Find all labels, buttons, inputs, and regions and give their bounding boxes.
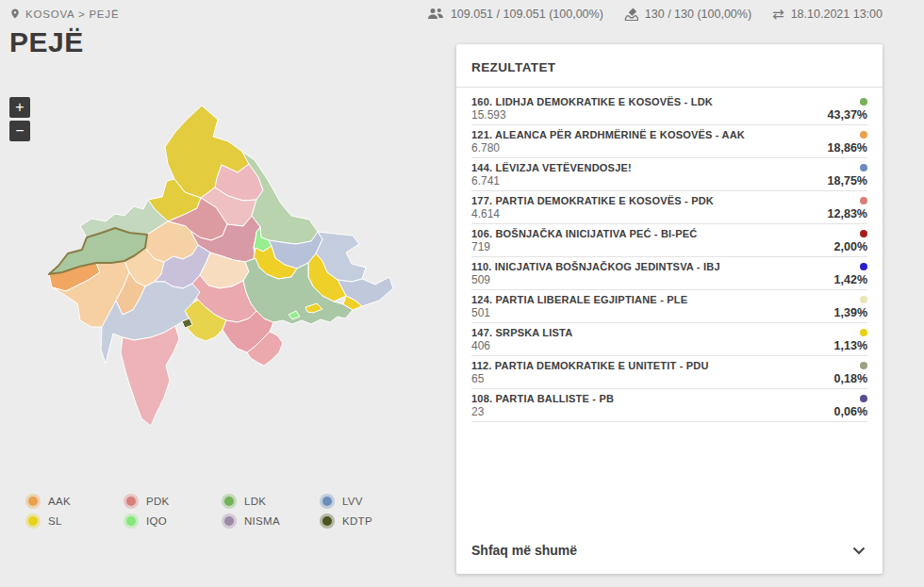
result-row[interactable]: 121. ALEANCA PËR ARDHMËRINË E KOSOVËS - … — [471, 125, 867, 158]
legend-color-dot — [28, 497, 38, 506]
legend-label: LVV — [342, 496, 363, 507]
result-row[interactable]: 177. PARTIA DEMOKRATIKE E KOSOVËS - PDK4… — [471, 191, 867, 224]
party-name: 110. INICJATIVA BOŠNJAČKOG JEDINTSVA - I… — [471, 261, 720, 272]
party-percent: 18,86% — [828, 141, 867, 155]
party-color-dot — [860, 131, 867, 139]
party-votes: 6.741 — [471, 174, 500, 188]
party-color-dot — [860, 197, 867, 204]
result-row[interactable]: 124. PARTIA LIBERALE EGJIPTIANE - PLE501… — [471, 290, 867, 323]
party-votes: 719 — [471, 240, 490, 253]
location-pin-icon — [9, 7, 21, 21]
results-title: REZULTATET — [456, 44, 883, 88]
last-updated-value: 18.10.2021 13:00 — [791, 8, 883, 21]
legend-item-iqo: IQO — [126, 515, 224, 527]
legend-item-pdk: PDK — [126, 496, 224, 507]
legend-item-nisma: NISMA — [224, 515, 322, 527]
legend-color-dot — [28, 516, 38, 526]
voters-icon — [427, 8, 444, 20]
party-color-dot — [860, 362, 867, 369]
legend-color-dot — [322, 516, 332, 526]
party-percent: 1,39% — [834, 306, 867, 319]
party-color-dot — [860, 296, 867, 303]
legend-color-dot — [224, 497, 234, 506]
party-color-dot — [860, 230, 867, 237]
party-color-dot — [860, 98, 867, 106]
legend-color-dot — [126, 516, 136, 526]
result-row[interactable]: 160. LIDHJA DEMOKRATIKE E KOSOVËS - LDK1… — [471, 92, 867, 125]
party-percent: 18,75% — [828, 174, 867, 188]
result-row[interactable]: 147. SRPSKA LISTA4061,13% — [471, 323, 867, 356]
party-votes: 65 — [471, 372, 484, 385]
chevron-down-icon — [852, 546, 866, 555]
party-name: 177. PARTIA DEMOKRATIKE E KOSOVËS - PDK — [471, 195, 714, 206]
legend-label: SL — [48, 515, 62, 527]
legend-label: LDK — [244, 496, 266, 507]
legend-label: IQO — [146, 515, 167, 527]
party-percent: 2,00% — [834, 240, 867, 253]
sync-arrows-icon: ⇄ — [772, 7, 784, 21]
legend-label: PDK — [146, 496, 170, 507]
party-percent: 0,18% — [834, 372, 867, 385]
voters-stat: 109.051 / 109.051 (100,00%) — [427, 8, 603, 21]
legend-item-ldk: LDK — [224, 496, 322, 507]
party-votes: 509 — [471, 273, 490, 286]
legend-color-dot — [126, 497, 136, 506]
polling-stations-value: 130 / 130 (100,00%) — [645, 8, 751, 21]
breadcrumb[interactable]: KOSOVA > PEJË — [9, 7, 119, 21]
legend-item-sl: SL — [28, 515, 126, 527]
party-votes: 23 — [471, 405, 484, 418]
party-votes: 6.780 — [471, 141, 500, 155]
legend-item-kdtp: KDTP — [322, 515, 421, 527]
party-votes: 4.614 — [471, 207, 500, 220]
legend-label: AAK — [48, 496, 71, 507]
map-legend: AAKPDKLDKLVVSLIQONISMAKDTP — [28, 491, 421, 530]
zoom-in-button[interactable]: + — [9, 97, 30, 118]
party-color-dot — [860, 329, 867, 336]
zoom-out-button[interactable]: − — [9, 121, 30, 141]
legend-item-aak: AAK — [28, 496, 126, 507]
party-votes: 501 — [471, 306, 490, 319]
legend-item-lvv: LVV — [322, 496, 421, 507]
party-name: 108. PARTIA BALLISTE - PB — [471, 393, 614, 404]
party-votes: 406 — [471, 339, 490, 352]
result-row[interactable]: 110. INICJATIVA BOŠNJAČKOG JEDINTSVA - I… — [471, 257, 867, 290]
party-name: 106. BOŠNJAČKA INICIJATIVA PEĆ - BI-PEĆ — [471, 228, 697, 239]
ballot-box-icon — [624, 8, 638, 21]
party-votes: 15.593 — [471, 108, 506, 122]
legend-color-dot — [224, 516, 234, 526]
result-row[interactable]: 106. BOŠNJAČKA INICIJATIVA PEĆ - BI-PEĆ7… — [471, 224, 867, 257]
party-percent: 1,13% — [834, 339, 867, 352]
result-row[interactable]: 144. LËVIZJA VETËVENDOSJE!6.74118,75% — [471, 158, 867, 191]
voters-value: 109.051 / 109.051 (100,00%) — [451, 8, 603, 21]
kosovo-municipalities-map — [34, 92, 434, 471]
legend-label: KDTP — [342, 515, 372, 527]
results-list: 160. LIDHJA DEMOKRATIKE E KOSOVËS - LDK1… — [456, 88, 883, 422]
party-name: 121. ALEANCA PËR ARDHMËRINË E KOSOVËS - … — [471, 129, 745, 140]
breadcrumb-label: KOSOVA > PEJË — [25, 8, 119, 20]
result-row[interactable]: 112. PARTIA DEMOKRATIKE E UNITETIT - PDU… — [471, 356, 867, 389]
election-results-page: KOSOVA > PEJË 109.051 / 109.051 (100,00%… — [0, 0, 924, 587]
party-color-dot — [860, 263, 867, 270]
party-name: 144. LËVIZJA VETËVENDOSJE! — [471, 162, 632, 173]
party-percent: 1,42% — [834, 273, 867, 286]
region-dragash[interactable] — [121, 326, 179, 426]
party-percent: 12,83% — [828, 207, 867, 220]
legend-label: NISMA — [244, 515, 280, 527]
results-card: REZULTATET 160. LIDHJA DEMOKRATIKE E KOS… — [456, 44, 883, 574]
party-name: 147. SRPSKA LISTA — [471, 327, 572, 338]
legend-color-dot — [322, 497, 332, 506]
map-zoom-controls: + − — [9, 97, 30, 141]
party-color-dot — [860, 164, 867, 171]
show-more-label: Shfaq më shumë — [471, 543, 577, 558]
show-more-button[interactable]: Shfaq më shumë — [456, 527, 883, 574]
party-name: 160. LIDHJA DEMOKRATIKE E KOSOVËS - LDK — [471, 96, 713, 107]
party-percent: 43,37% — [828, 108, 867, 122]
result-row[interactable]: 108. PARTIA BALLISTE - PB230,06% — [471, 389, 867, 422]
topbar-stats: 109.051 / 109.051 (100,00%) 130 / 130 (1… — [427, 7, 883, 21]
party-name: 124. PARTIA LIBERALE EGJIPTIANE - PLE — [471, 294, 687, 305]
last-updated-stat: ⇄ 18.10.2021 13:00 — [772, 7, 883, 21]
polling-stations-stat: 130 / 130 (100,00%) — [624, 8, 751, 21]
party-color-dot — [860, 395, 867, 402]
party-name: 112. PARTIA DEMOKRATIKE E UNITETIT - PDU — [471, 360, 709, 371]
page-title: PEJË — [9, 26, 84, 58]
